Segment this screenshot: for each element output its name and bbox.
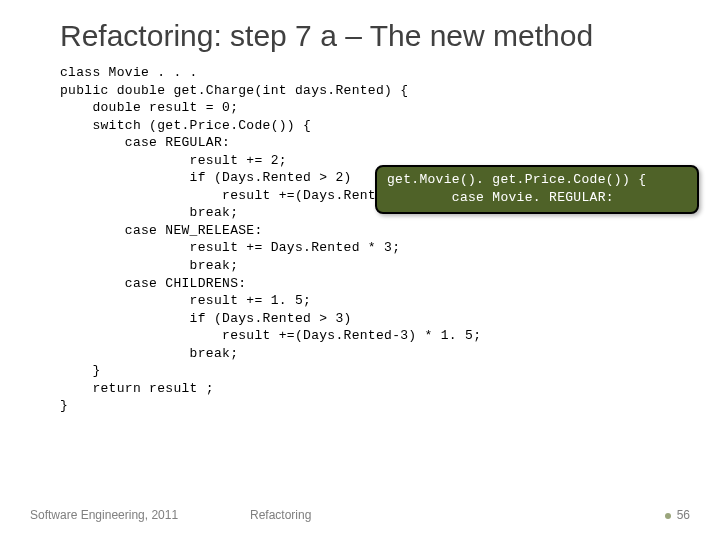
slide-title: Refactoring: step 7 a – The new method xyxy=(60,18,690,54)
footer-page: 56 xyxy=(640,508,690,522)
footer: Software Engineering, 2011 Refactoring 5… xyxy=(30,508,690,522)
bullet-icon xyxy=(665,513,671,519)
footer-left: Software Engineering, 2011 xyxy=(30,508,230,522)
page-number: 56 xyxy=(677,508,690,522)
footer-center: Refactoring xyxy=(230,508,640,522)
slide: Refactoring: step 7 a – The new method c… xyxy=(0,0,720,540)
code-block: class Movie . . . public double get.Char… xyxy=(60,64,690,415)
callout-box: get.Movie(). get.Price.Code()) { case Mo… xyxy=(375,165,699,214)
